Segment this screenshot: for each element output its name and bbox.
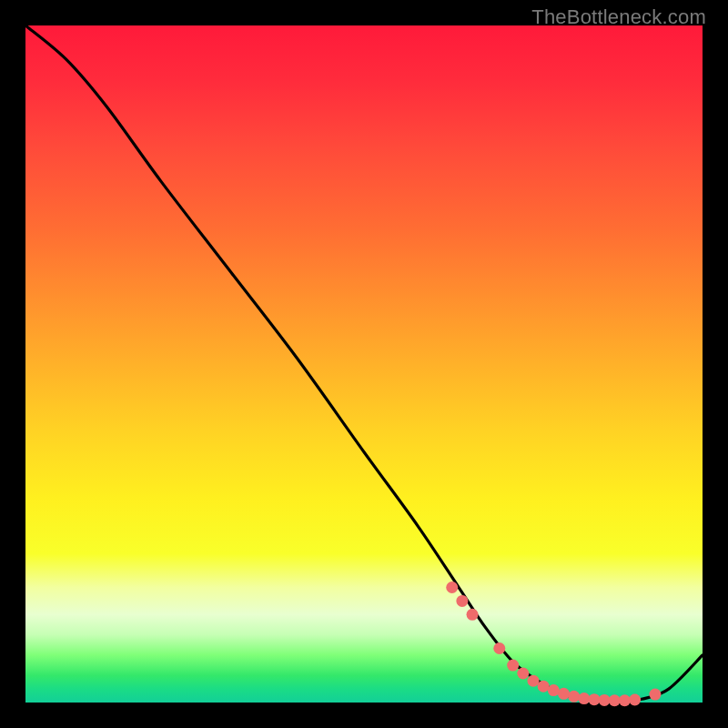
highlight-dot — [467, 609, 479, 621]
curve-svg — [25, 25, 703, 703]
highlight-dot — [538, 681, 550, 693]
plot-area — [25, 25, 703, 703]
highlight-dot — [629, 694, 641, 706]
chart-frame: TheBottleneck.com — [0, 0, 728, 728]
highlight-dot — [588, 693, 600, 705]
highlight-dots — [446, 581, 661, 706]
highlight-dot — [568, 691, 580, 703]
highlight-dot — [446, 581, 458, 593]
highlight-dot — [558, 688, 570, 700]
highlight-dot — [578, 693, 590, 704]
highlight-dot — [517, 668, 529, 680]
highlight-dot — [649, 689, 661, 701]
highlight-dot — [599, 694, 611, 706]
highlight-dot — [456, 595, 468, 607]
highlight-dot — [528, 675, 540, 687]
highlight-dot — [609, 694, 621, 706]
highlight-dot — [493, 642, 505, 654]
highlight-dot — [548, 684, 560, 696]
highlight-dot — [619, 694, 631, 706]
highlight-dot — [507, 660, 519, 672]
bottleneck-curve — [25, 25, 703, 702]
